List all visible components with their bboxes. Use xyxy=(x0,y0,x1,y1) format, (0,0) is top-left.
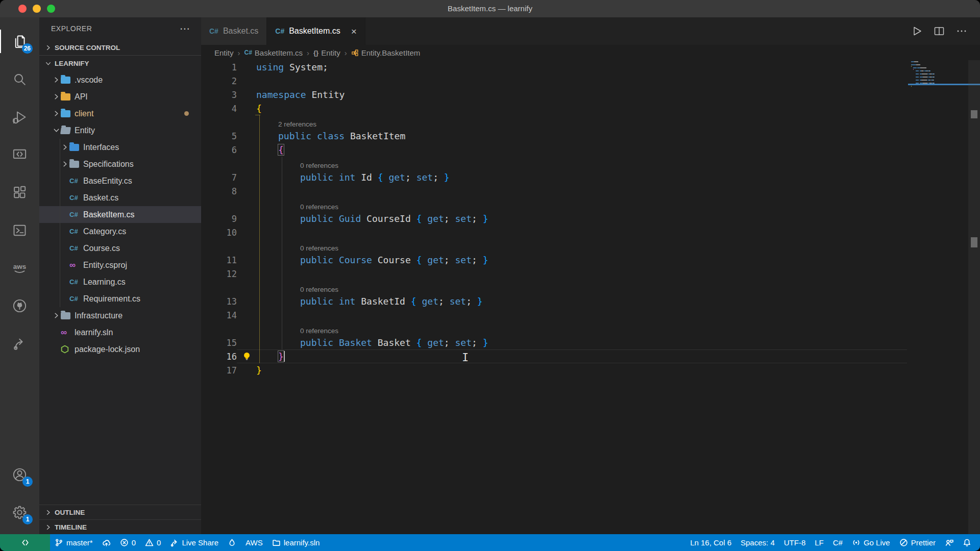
code-line-15[interactable]: 15 public Basket Basket { get; set; } xyxy=(201,336,980,349)
code-line-14[interactable]: 14 xyxy=(201,308,980,322)
chevron-right-icon xyxy=(43,43,53,52)
section-source-control[interactable]: SOURCE CONTROL xyxy=(39,40,201,56)
code-editor[interactable]: 1 using System; 2 3 namespace Entity 4 { xyxy=(201,60,980,534)
status-ln-16-col-6[interactable]: Ln 16, Col 6 xyxy=(685,534,736,551)
code-line-16[interactable]: 16 } xyxy=(201,349,980,363)
tab-BasketItem.cs[interactable]: C# BasketItem.cs × xyxy=(267,17,365,45)
codelens-link[interactable]: 0 references xyxy=(300,162,338,169)
tree-item-API[interactable]: API xyxy=(39,88,201,105)
sidebar-bottom-sections: OUTLINE TIMELINE xyxy=(39,505,201,534)
tree-item-Category.cs[interactable]: C# Category.cs xyxy=(39,223,201,240)
section-workspace[interactable]: LEARNIFY xyxy=(39,56,201,71)
chevron-spacer xyxy=(52,328,61,337)
code-line-7[interactable]: 7 public int Id { get; set; } xyxy=(201,170,980,184)
tree-item-Basket.cs[interactable]: C# Basket.cs xyxy=(39,189,201,206)
codelens-link[interactable]: 0 references xyxy=(300,203,338,211)
tree-item-BasketItem.cs[interactable]: C# BasketItem.cs xyxy=(39,206,201,223)
tree-item-.vscode[interactable]: .vscode xyxy=(39,71,201,88)
tree-item-Learning.cs[interactable]: C# Learning.cs xyxy=(39,273,201,290)
section-timeline[interactable]: TIMELINE xyxy=(39,519,201,534)
activity-search[interactable] xyxy=(0,60,39,98)
activity-live-share[interactable] xyxy=(0,324,39,362)
activity-extensions[interactable] xyxy=(0,173,39,211)
code-line-2[interactable]: 2 xyxy=(201,74,980,88)
tree-item-package-lock.json[interactable]: package-lock.json xyxy=(39,341,201,358)
line-number: 13 xyxy=(201,296,237,307)
tree-item-BaseEntity.cs[interactable]: C# BaseEntity.cs xyxy=(39,172,201,189)
activity-run-debug[interactable] xyxy=(0,98,39,136)
activity-github[interactable] xyxy=(0,287,39,324)
chevron-right-icon xyxy=(43,508,53,517)
run-button[interactable] xyxy=(911,25,923,37)
status-bell[interactable] xyxy=(958,534,976,551)
code-line-11[interactable]: 11 public Course Course { get; set; } xyxy=(201,253,980,267)
minimap[interactable] xyxy=(908,60,980,534)
tree-item-learnify.sln[interactable]: ∞ learnify.sln xyxy=(39,324,201,341)
breadcrumb-item[interactable]: {}Entity xyxy=(313,48,340,57)
zoom-window-button[interactable] xyxy=(47,5,55,13)
tree-item-Requirement.cs[interactable]: C# Requirement.cs xyxy=(39,290,201,307)
breadcrumb-item[interactable]: Entity.BasketItem xyxy=(351,48,421,57)
status-feedback[interactable] xyxy=(940,534,958,551)
split-editor-button[interactable] xyxy=(933,25,945,37)
code-line-9[interactable]: 9 public Guid CourseId { get; set; } xyxy=(201,212,980,226)
status-aws[interactable]: AWS xyxy=(241,534,267,551)
cloud-upload-icon xyxy=(102,538,111,547)
tree-item-Course.cs[interactable]: C# Course.cs xyxy=(39,240,201,257)
status-utf-8[interactable]: UTF-8 xyxy=(779,534,811,551)
code-line-12[interactable]: 12 xyxy=(201,267,980,281)
activity-accounts[interactable]: 1 xyxy=(0,456,39,493)
code-line-4[interactable]: 4 { xyxy=(201,102,980,115)
code-line-10[interactable]: 10 xyxy=(201,226,980,239)
glyph-margin xyxy=(237,352,256,361)
status-broadcast[interactable]: Go Live xyxy=(847,534,895,551)
tree-item-label: client xyxy=(75,109,93,118)
codelens-link[interactable]: 0 references xyxy=(300,286,338,293)
codelens-link[interactable]: 2 references xyxy=(278,120,316,128)
tree-item-Specifications[interactable]: Specifications xyxy=(39,156,201,172)
code-line-6[interactable]: 6 { xyxy=(201,143,980,157)
tree-item-Entity[interactable]: Entity xyxy=(39,122,201,139)
status-branch[interactable]: master* xyxy=(50,534,97,551)
activity-settings[interactable]: 1 xyxy=(0,493,39,531)
close-window-button[interactable] xyxy=(18,5,27,13)
tree-item-Interfaces[interactable]: Interfaces xyxy=(39,139,201,156)
tree-item-client[interactable]: client xyxy=(39,105,201,122)
tree-item-Infrastructure[interactable]: Infrastructure xyxy=(39,307,201,324)
status-flame[interactable] xyxy=(223,534,241,551)
status-cloud-upload[interactable] xyxy=(97,534,115,551)
status-share[interactable]: Live Share xyxy=(165,534,223,551)
activity-remote-explorer[interactable] xyxy=(0,136,39,173)
activity-explorer[interactable]: 26 xyxy=(0,22,39,60)
section-outline[interactable]: OUTLINE xyxy=(39,505,201,519)
code-line-13[interactable]: 13 public int BasketId { get; set; } xyxy=(201,294,980,308)
status-warning[interactable]: 0 xyxy=(140,534,165,551)
warning-icon xyxy=(145,538,154,547)
codelens-link[interactable]: 0 references xyxy=(300,327,338,335)
code-line-8[interactable]: 8 xyxy=(201,184,980,198)
code-line-1[interactable]: 1 using System; xyxy=(201,60,980,74)
feedback-icon xyxy=(945,538,953,547)
status-spaces-4[interactable]: Spaces: 4 xyxy=(736,534,779,551)
lightbulb-icon[interactable] xyxy=(242,352,252,361)
breadcrumb-item[interactable]: C#BasketItem.cs xyxy=(244,48,303,57)
activity-aws[interactable]: aws xyxy=(0,249,39,287)
close-tab-icon[interactable]: × xyxy=(351,27,357,36)
code-line-17[interactable]: 17 } xyxy=(201,363,980,377)
status-error[interactable]: 0 xyxy=(115,534,140,551)
code-line-5[interactable]: 5 public class BasketItem xyxy=(201,129,980,143)
status-c-[interactable]: C# xyxy=(828,534,847,551)
status-remote[interactable] xyxy=(0,534,50,551)
codelens-link[interactable]: 0 references xyxy=(300,244,338,252)
minimize-window-button[interactable] xyxy=(33,5,41,13)
code-line-3[interactable]: 3 namespace Entity xyxy=(201,88,980,102)
tab-Basket.cs[interactable]: C# Basket.cs xyxy=(201,17,267,45)
activity-terminal[interactable] xyxy=(0,211,39,249)
status-circle-slash[interactable]: Prettier xyxy=(895,534,940,551)
explorer-more-icon[interactable]: ⋯ xyxy=(180,22,191,35)
more-button[interactable] xyxy=(955,25,968,37)
status-folder[interactable]: learnify.sln xyxy=(267,534,325,551)
tree-item-Entity.csproj[interactable]: ∞ Entity.csproj xyxy=(39,257,201,273)
breadcrumb-item[interactable]: Entity xyxy=(214,48,234,57)
status-lf[interactable]: LF xyxy=(810,534,828,551)
